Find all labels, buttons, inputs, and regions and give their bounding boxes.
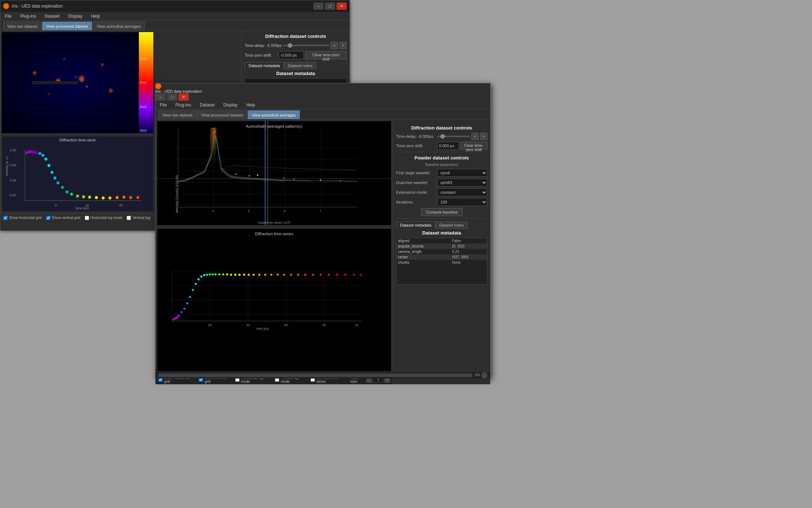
fg-extensions-label: Extensions mode: bbox=[396, 190, 436, 194]
svg-point-108 bbox=[206, 274, 208, 276]
fg-dual-tree-label: Dual-tree wavelet: bbox=[396, 180, 436, 185]
bg-title-bar: Iris - UED data exploration − □ ✕ bbox=[0, 0, 350, 12]
bg-minimize-button[interactable]: − bbox=[313, 3, 324, 10]
bg-time-delay-label: Time-delay: -5.500ps bbox=[245, 43, 282, 48]
svg-point-105 bbox=[197, 278, 199, 280]
bg-diffraction-image: ◇ ◇ 7000 6000 5000 4000 3000 bbox=[2, 32, 153, 133]
svg-point-135 bbox=[360, 274, 362, 276]
bg-menu-file[interactable]: File bbox=[3, 13, 13, 19]
bg-menu-display[interactable]: Display bbox=[67, 13, 84, 19]
fg-meta-val-angular: (0, 360) bbox=[451, 244, 487, 249]
bg-h-log-checkbox[interactable] bbox=[85, 216, 89, 220]
svg-point-73 bbox=[340, 180, 341, 181]
fg-time-delay-slider[interactable] bbox=[437, 136, 470, 137]
svg-point-132 bbox=[336, 274, 338, 276]
fg-nav-next[interactable]: > bbox=[480, 133, 487, 140]
bg-time-delay-slider[interactable] bbox=[283, 45, 329, 46]
fg-iterations-select[interactable]: 100 bbox=[437, 198, 487, 206]
bg-menu-help[interactable]: Help bbox=[89, 13, 101, 19]
fg-menu-file[interactable]: File bbox=[158, 102, 168, 108]
fg-timeseries-svg: 1.0 0.9 0 20 40 60 80 10 bbox=[172, 235, 377, 364]
svg-text:0.99: 0.99 bbox=[10, 163, 16, 167]
svg-point-76 bbox=[293, 179, 295, 180]
fg-meta-val-camera: 0.23 bbox=[451, 249, 487, 254]
fg-tab-notes[interactable]: Dataset notes bbox=[435, 222, 468, 229]
fg-slider-thumb[interactable] bbox=[440, 134, 445, 139]
bg-show-v-grid[interactable]: Show vertical grid bbox=[46, 216, 80, 220]
fg-minimize-button[interactable]: − bbox=[155, 93, 166, 101]
bg-v-log-mode[interactable]: Vertical log bbox=[127, 216, 150, 220]
bg-time-zero-input[interactable] bbox=[278, 51, 304, 59]
fg-meta-key-aligned: aligned bbox=[396, 238, 451, 244]
bg-menu-plugins[interactable]: Plug-ins bbox=[19, 13, 37, 19]
fg-metadata-scroll[interactable]: aligned False angular_bounds (0, 360) ca… bbox=[396, 238, 487, 285]
bg-maximize-button[interactable]: □ bbox=[325, 3, 335, 10]
fg-first-stage-select[interactable]: sym6 bbox=[437, 169, 487, 177]
fg-metadata-title: Dataset metadata bbox=[396, 230, 487, 236]
bg-slider-thumb[interactable] bbox=[288, 43, 292, 48]
svg-point-75 bbox=[236, 174, 237, 175]
fg-extensions-select[interactable]: constant bbox=[437, 188, 487, 196]
bg-h-grid-checkbox[interactable] bbox=[3, 216, 8, 220]
svg-text:80: 80 bbox=[322, 323, 326, 327]
fg-dual-tree-select[interactable]: qshift3 bbox=[437, 179, 487, 187]
fg-body: Azimuthally-averaged pattern(s) bbox=[155, 119, 490, 384]
fg-azimuthal-y-label: Intensity (counts) (x1e-06) bbox=[175, 175, 179, 213]
bg-tab-metadata[interactable]: Dataset metadata bbox=[245, 62, 284, 69]
fg-menu-dataset[interactable]: Dataset bbox=[198, 102, 216, 108]
bg-tab-raw[interactable]: View raw dataset bbox=[3, 22, 41, 30]
svg-point-69 bbox=[212, 133, 214, 135]
bg-show-h-grid[interactable]: Show horizontal grid bbox=[3, 216, 42, 220]
fg-compute-btn[interactable]: Compute baseline bbox=[421, 208, 462, 216]
fg-tab-raw[interactable]: View raw dataset bbox=[158, 110, 197, 119]
bg-close-button[interactable]: ✕ bbox=[337, 3, 347, 10]
bg-win-controls: − □ ✕ bbox=[313, 3, 347, 10]
bg-glow-6 bbox=[47, 93, 50, 96]
svg-point-112 bbox=[218, 273, 220, 276]
svg-point-117 bbox=[238, 274, 241, 276]
fg-title-text: Iris - UED data exploration bbox=[155, 89, 202, 93]
bg-tab-notes[interactable]: Dataset notes bbox=[284, 62, 316, 69]
svg-point-128 bbox=[304, 274, 306, 276]
svg-text:60: 60 bbox=[284, 323, 288, 327]
fg-tab-processed[interactable]: View processed dataset bbox=[197, 110, 247, 119]
bg-nav-next[interactable]: > bbox=[339, 42, 347, 49]
svg-point-72 bbox=[320, 179, 321, 181]
bg-nav-prev[interactable]: < bbox=[331, 42, 338, 49]
bg-colorbar-4000: 4000 bbox=[139, 105, 153, 109]
fg-meta-row-aligned: aligned False bbox=[396, 238, 487, 244]
svg-point-24 bbox=[57, 181, 60, 184]
bg-h-log-mode[interactable]: Horizontal log mode bbox=[85, 216, 123, 220]
bg-v-grid-checkbox[interactable] bbox=[46, 216, 51, 220]
fg-extensions-row: Extensions mode: constant bbox=[396, 188, 487, 196]
fg-nav-prev[interactable]: < bbox=[471, 133, 479, 140]
svg-point-106 bbox=[200, 275, 202, 277]
bg-menu-dataset[interactable]: Dataset bbox=[43, 13, 61, 19]
svg-point-18 bbox=[38, 152, 41, 155]
svg-text:4: 4 bbox=[212, 210, 214, 213]
svg-point-17 bbox=[35, 151, 38, 154]
bg-tab-azimuthal[interactable]: View azimuthal averages bbox=[93, 22, 145, 30]
fg-time-zero-input[interactable] bbox=[437, 142, 459, 150]
bg-inner-tabs: Dataset metadata Dataset notes bbox=[245, 62, 347, 69]
fg-menu-plugins[interactable]: Plug-ins bbox=[174, 102, 192, 108]
fg-close-button[interactable]: ✕ bbox=[179, 93, 189, 101]
fg-tab-metadata[interactable]: Dataset metadata bbox=[396, 222, 435, 229]
fg-tab-azimuthal[interactable]: View azimuthal averages bbox=[248, 110, 300, 119]
svg-point-68 bbox=[215, 131, 216, 132]
fg-clear-btn[interactable]: Clear time-zero shift bbox=[460, 142, 487, 150]
svg-point-111 bbox=[214, 273, 216, 276]
svg-point-119 bbox=[248, 274, 250, 276]
fg-menu-display[interactable]: Display bbox=[222, 102, 239, 108]
fg-meta-key-angular: angular_bounds bbox=[396, 244, 451, 249]
svg-point-32 bbox=[102, 196, 105, 199]
bg-beam-stop bbox=[32, 81, 78, 84]
fg-maximize-button[interactable]: □ bbox=[167, 93, 177, 101]
bg-tab-processed[interactable]: View processed dataset bbox=[42, 22, 92, 30]
fg-menu-help[interactable]: Help bbox=[245, 102, 256, 108]
svg-point-100 bbox=[183, 308, 185, 310]
bg-v-log-checkbox[interactable] bbox=[127, 216, 131, 220]
bg-clear-btn[interactable]: Clear time-zero shift bbox=[305, 51, 347, 59]
fg-app-icon bbox=[155, 83, 161, 89]
bg-time-zero-row: Time-zero shift: Clear time-zero shift bbox=[245, 51, 347, 59]
